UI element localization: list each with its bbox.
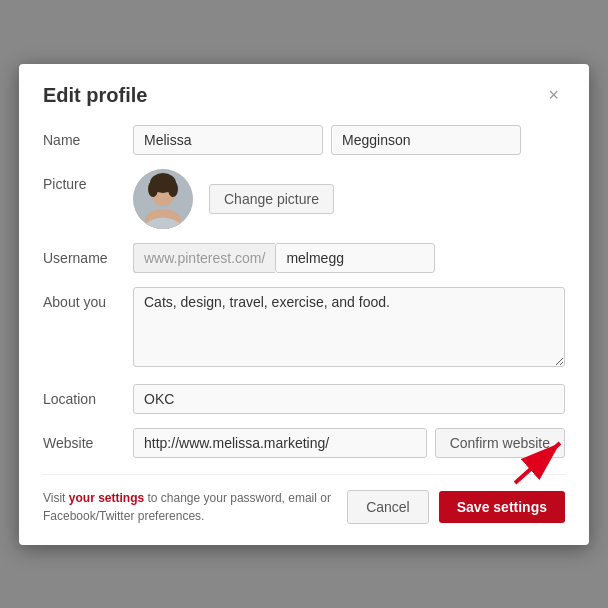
name-label: Name	[43, 125, 133, 148]
name-row: Name	[43, 125, 565, 155]
footer-actions: Cancel Save settings	[347, 490, 565, 524]
location-row: Location	[43, 384, 565, 414]
name-field	[133, 125, 565, 155]
svg-point-3	[148, 181, 158, 197]
svg-line-7	[515, 443, 560, 483]
picture-label: Picture	[43, 169, 133, 192]
picture-field: Change picture	[133, 169, 565, 229]
location-label: Location	[43, 384, 133, 407]
picture-row: Picture Change picture	[43, 169, 565, 229]
svg-point-4	[168, 181, 178, 197]
about-label: About you	[43, 287, 133, 310]
website-field: Confirm website	[133, 428, 565, 458]
modal-footer: Visit your settings to change your passw…	[43, 474, 565, 525]
username-row: Username www.pinterest.com/	[43, 243, 565, 273]
last-name-input[interactable]	[331, 125, 521, 155]
username-input[interactable]	[275, 243, 435, 273]
about-row: About you Cats, design, travel, exercise…	[43, 287, 565, 370]
cancel-button[interactable]: Cancel	[347, 490, 429, 524]
website-label: Website	[43, 428, 133, 451]
modal-header: Edit profile ×	[43, 84, 565, 107]
url-prefix: www.pinterest.com/	[133, 243, 275, 273]
username-field: www.pinterest.com/	[133, 243, 565, 273]
settings-link[interactable]: your settings	[69, 491, 144, 505]
modal-title: Edit profile	[43, 84, 147, 107]
about-textarea[interactable]: Cats, design, travel, exercise, and food…	[133, 287, 565, 367]
website-input[interactable]	[133, 428, 427, 458]
about-field: Cats, design, travel, exercise, and food…	[133, 287, 565, 370]
avatar	[133, 169, 193, 229]
username-label: Username	[43, 243, 133, 266]
change-picture-button[interactable]: Change picture	[209, 184, 334, 214]
save-button[interactable]: Save settings	[439, 491, 565, 523]
website-row: Website Confirm website	[43, 428, 565, 458]
location-field	[133, 384, 565, 414]
location-input[interactable]	[133, 384, 565, 414]
edit-profile-modal: Edit profile × Name Picture	[19, 64, 589, 545]
close-button[interactable]: ×	[542, 84, 565, 106]
footer-note: Visit your settings to change your passw…	[43, 489, 343, 525]
first-name-input[interactable]	[133, 125, 323, 155]
confirm-arrow	[505, 428, 575, 488]
